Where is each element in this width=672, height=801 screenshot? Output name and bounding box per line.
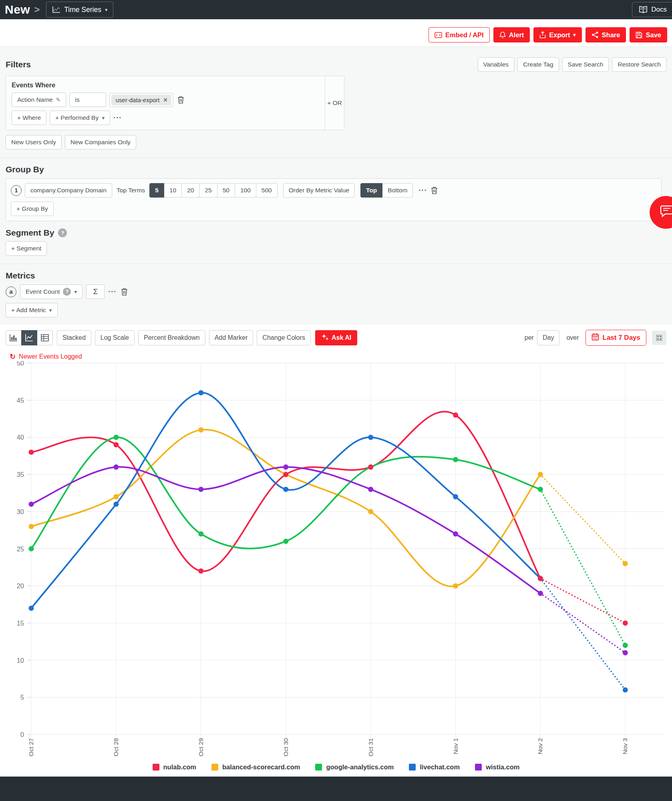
svg-text:5: 5 bbox=[20, 694, 24, 701]
chevron-down-icon: ▾ bbox=[49, 307, 52, 313]
add-group-by-button[interactable]: + Group By bbox=[11, 202, 54, 216]
book-icon bbox=[639, 6, 648, 13]
help-icon: ? bbox=[63, 288, 71, 296]
remove-tag-icon[interactable]: ✕ bbox=[163, 97, 168, 103]
more-options-icon[interactable]: ··· bbox=[113, 114, 122, 122]
data-point-google-analytics.com bbox=[453, 457, 458, 462]
help-icon[interactable]: ? bbox=[58, 228, 67, 237]
legend-item-wistia.com[interactable]: wistia.com bbox=[475, 763, 519, 771]
chevron-down-icon: ▾ bbox=[74, 289, 77, 295]
data-point-nulab.com bbox=[453, 412, 458, 418]
group-by-property-button[interactable]: company.Company Domain bbox=[25, 183, 112, 198]
docs-button[interactable]: Docs bbox=[632, 2, 672, 17]
data-point-google-analytics.com bbox=[198, 531, 203, 537]
alert-button[interactable]: Alert bbox=[493, 27, 530, 42]
term-option-5[interactable]: 5 bbox=[149, 183, 164, 198]
calendar-icon bbox=[592, 333, 599, 343]
svg-text:30: 30 bbox=[17, 508, 24, 515]
share-button[interactable]: Share bbox=[585, 27, 626, 42]
group-by-heading: Group By bbox=[6, 165, 666, 174]
filter-value-tag: user-data-export ✕ bbox=[111, 95, 171, 105]
export-button[interactable]: Export ▾ bbox=[533, 27, 581, 42]
create-tag-button[interactable]: Create Tag bbox=[517, 57, 559, 72]
legend-swatch bbox=[315, 764, 322, 771]
series-line-dotted-balanced-scorecard.com bbox=[540, 474, 625, 563]
legend-label: google-analytics.com bbox=[326, 763, 394, 771]
line-chart-icon[interactable] bbox=[21, 330, 37, 345]
metric-selector-button[interactable]: Event Count ? ▾ bbox=[20, 284, 82, 299]
add-performed-by-button[interactable]: + Performed By ▾ bbox=[50, 111, 110, 125]
bell-icon bbox=[499, 31, 506, 38]
time-series-chart[interactable]: 05101520253035404550Oct 27Oct 28Oct 29Oc… bbox=[0, 361, 672, 762]
variables-button[interactable]: Variables bbox=[478, 57, 514, 72]
legend-label: balanced-scorecard.com bbox=[222, 763, 300, 771]
interval-button[interactable]: Day bbox=[537, 330, 559, 345]
add-where-button[interactable]: + Where bbox=[12, 111, 46, 125]
view-type-dropdown[interactable]: Time Series ▾ bbox=[46, 2, 113, 18]
add-marker-button[interactable]: Add Marker bbox=[209, 330, 254, 345]
series-line-dotted-livechat.com bbox=[540, 579, 625, 690]
view-type-label: Time Series bbox=[64, 6, 101, 14]
data-point-nulab.com bbox=[283, 472, 288, 477]
legend-item-google-analytics.com[interactable]: google-analytics.com bbox=[315, 763, 394, 771]
svg-text:35: 35 bbox=[17, 471, 24, 478]
term-option-25[interactable]: 25 bbox=[199, 183, 217, 198]
data-point-nulab.com bbox=[198, 569, 203, 574]
ask-ai-button[interactable]: Ask AI bbox=[315, 330, 357, 345]
query-builder: Filters Variables Create Tag Save Search… bbox=[0, 46, 672, 325]
delete-filter-icon[interactable] bbox=[177, 95, 185, 104]
filter-value-field[interactable]: user-data-export ✕ bbox=[109, 93, 173, 107]
filter-group: Events Where Action Name ✎ is user-data-… bbox=[6, 76, 344, 130]
save-button[interactable]: Save bbox=[630, 27, 667, 42]
legend-swatch bbox=[475, 764, 482, 771]
new-companies-only-button[interactable]: New Companies Only bbox=[65, 135, 136, 149]
stacked-button[interactable]: Stacked bbox=[57, 330, 91, 345]
data-point-wistia.com bbox=[29, 502, 34, 507]
x-axis-label: Oct 30 bbox=[282, 738, 289, 757]
refresh-icon: ↻ bbox=[10, 352, 16, 361]
change-colors-button[interactable]: Change Colors bbox=[257, 330, 311, 345]
term-option-100[interactable]: 100 bbox=[235, 183, 256, 198]
delete-metric-icon[interactable] bbox=[120, 287, 129, 296]
log-scale-button[interactable]: Log Scale bbox=[95, 330, 135, 345]
collapse-icon[interactable] bbox=[652, 331, 666, 345]
data-point-google-analytics.com bbox=[283, 539, 288, 544]
newer-events-notice[interactable]: ↻ Newer Events Logged bbox=[10, 352, 666, 361]
data-point-wistia.com bbox=[283, 464, 288, 470]
percent-breakdown-button[interactable]: Percent Breakdown bbox=[138, 330, 205, 345]
report-actions-row: Embed / API Alert Export ▾ Share Save bbox=[0, 19, 672, 46]
date-range-button[interactable]: Last 7 Days bbox=[585, 330, 647, 346]
legend-swatch bbox=[153, 764, 159, 771]
delete-group-by-icon[interactable] bbox=[430, 186, 439, 195]
new-users-only-button[interactable]: New Users Only bbox=[6, 135, 62, 149]
more-options-icon[interactable]: ··· bbox=[418, 186, 427, 195]
bar-chart-icon[interactable] bbox=[6, 330, 22, 345]
add-or-button[interactable]: + OR bbox=[325, 76, 344, 130]
table-icon[interactable] bbox=[37, 330, 53, 345]
aggregation-button[interactable]: Σ bbox=[86, 284, 105, 299]
legend-item-nulab.com[interactable]: nulab.com bbox=[153, 763, 197, 771]
legend-item-balanced-scorecard.com[interactable]: balanced-scorecard.com bbox=[211, 763, 300, 771]
filter-operator-button[interactable]: is bbox=[69, 93, 106, 107]
term-option-20[interactable]: 20 bbox=[181, 183, 199, 198]
more-options-icon[interactable]: ··· bbox=[108, 288, 117, 296]
bottom-option[interactable]: Bottom bbox=[382, 183, 413, 198]
term-option-500[interactable]: 500 bbox=[256, 183, 278, 198]
segment-by-heading: Segment By ? bbox=[6, 228, 666, 238]
data-point-livechat.com bbox=[198, 390, 203, 395]
data-point-livechat.com bbox=[368, 435, 373, 440]
embed-api-button[interactable]: Embed / API bbox=[429, 27, 490, 42]
filter-property-button[interactable]: Action Name ✎ bbox=[12, 93, 66, 107]
chevron-down-icon: ▾ bbox=[102, 115, 105, 121]
term-option-10[interactable]: 10 bbox=[164, 183, 182, 198]
restore-search-button[interactable]: Restore Search bbox=[612, 57, 666, 72]
term-option-50[interactable]: 50 bbox=[217, 183, 235, 198]
svg-text:40: 40 bbox=[17, 434, 24, 441]
legend-item-livechat.com[interactable]: livechat.com bbox=[409, 763, 460, 771]
save-search-button[interactable]: Save Search bbox=[562, 57, 609, 72]
x-axis-label: Oct 29 bbox=[197, 738, 204, 757]
add-segment-button[interactable]: + Segment bbox=[6, 241, 47, 256]
order-by-metric-value-button[interactable]: Order By Metric Value bbox=[283, 183, 355, 198]
add-metric-button[interactable]: + Add Metric ▾ bbox=[6, 303, 58, 317]
top-option[interactable]: Top bbox=[360, 183, 382, 198]
